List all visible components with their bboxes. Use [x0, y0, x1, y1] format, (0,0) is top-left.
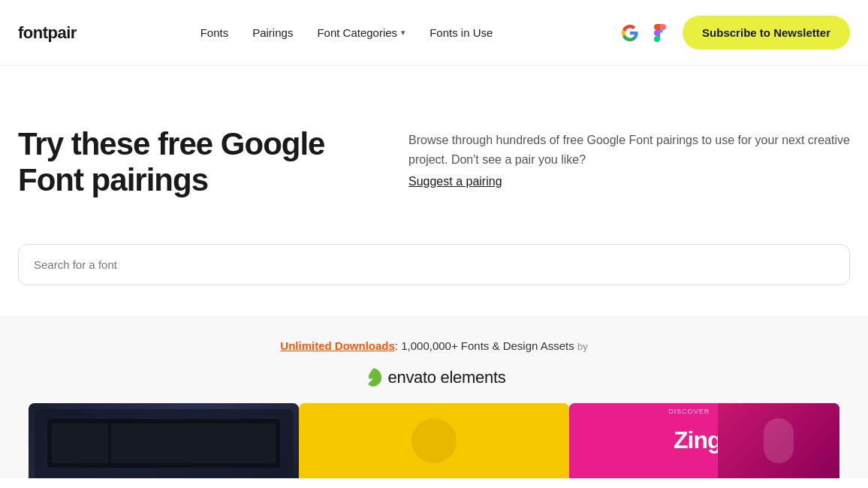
chevron-down-icon: ▾: [401, 28, 405, 38]
subscribe-button[interactable]: Subscribe to Newsletter: [683, 16, 850, 50]
banner-section: Unlimited Downloads: 1,000,000+ Fonts & …: [0, 315, 868, 478]
pink-card-inner: Zingo Discover: [569, 403, 839, 478]
banner-assets-text: 1,000,000+ Fonts & Design Assets: [398, 339, 574, 352]
pink-card-person: [764, 418, 794, 463]
banner-card-yellow[interactable]: [299, 403, 569, 478]
banner-header: Unlimited Downloads: 1,000,000+ Fonts & …: [18, 339, 850, 352]
banner-card-dark[interactable]: [29, 403, 299, 478]
mockup-sidebar: [52, 423, 107, 462]
dark-card-mockup: [47, 419, 280, 467]
nav-link-fonts-in-use[interactable]: Fonts in Use: [429, 26, 493, 39]
nav-right-actions: Subscribe to Newsletter: [616, 16, 850, 50]
mockup-content: [111, 423, 276, 462]
logo-text: fontpair: [18, 23, 77, 42]
dark-card-overlay: [35, 409, 293, 478]
logo[interactable]: fontpair: [18, 23, 77, 43]
hero-left: Try these free Google Font pairings: [18, 126, 348, 199]
banner-card-pink[interactable]: Zingo Discover: [569, 403, 839, 478]
search-input[interactable]: [18, 244, 850, 285]
unlimited-downloads-label: Unlimited Downloads: [280, 339, 395, 352]
envato-logo-text: envato elements: [388, 368, 506, 387]
google-icon-button[interactable]: [616, 20, 643, 47]
pink-discover-badge: Discover: [668, 408, 710, 415]
banner-by-text: by: [577, 341, 588, 352]
search-section: [0, 244, 868, 315]
yellow-card-shape: [411, 418, 457, 463]
figma-icon-button[interactable]: [646, 20, 674, 47]
figma-icon: [653, 24, 668, 42]
google-g-icon: [621, 24, 639, 42]
nav-link-pairings[interactable]: Pairings: [252, 26, 293, 39]
nav-link-fonts[interactable]: Fonts: [200, 26, 229, 39]
hero-right: Browse through hundreds of free Google F…: [408, 126, 850, 188]
hero-section: Try these free Google Font pairings Brow…: [0, 66, 868, 244]
nav-link-font-categories[interactable]: Font Categories ▾: [317, 26, 405, 39]
envato-logo: envato elements: [18, 367, 850, 388]
banner-cards: Zingo Discover: [18, 403, 850, 478]
suggest-pairing-link[interactable]: Suggest a pairing: [408, 175, 502, 188]
hero-description: Browse through hundreds of free Google F…: [408, 131, 850, 169]
pink-card-image-area: [718, 403, 839, 478]
hero-title: Try these free Google Font pairings: [18, 126, 348, 199]
envato-text-label: envato elements: [388, 368, 506, 387]
font-categories-label: Font Categories: [317, 26, 397, 39]
envato-leaf-icon: [363, 367, 384, 388]
card-dark-inner: [29, 403, 299, 478]
yellow-card-inner: [299, 403, 569, 478]
nav-links: Fonts Pairings Font Categories ▾ Fonts i…: [200, 26, 493, 39]
navbar: fontpair Fonts Pairings Font Categories …: [0, 0, 868, 66]
